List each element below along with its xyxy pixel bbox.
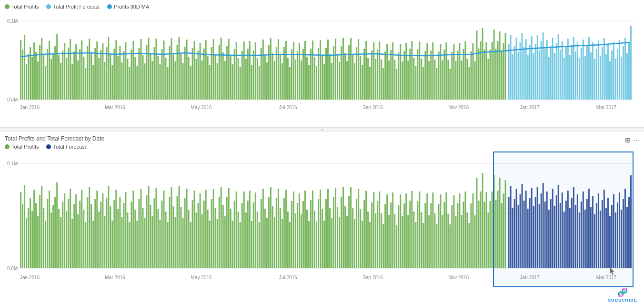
svg-rect-182: [358, 39, 359, 100]
svg-rect-28: [64, 43, 65, 100]
svg-rect-304: [592, 42, 594, 100]
svg-rect-172: [339, 62, 340, 100]
svg-rect-560: [443, 202, 445, 268]
svg-rect-652: [621, 210, 622, 268]
svg-rect-396: [131, 202, 132, 268]
svg-rect-104: [209, 65, 211, 100]
bottom-chart-legend: Total Profits Total Forecast: [5, 144, 639, 150]
svg-rect-557: [438, 204, 439, 268]
svg-rect-491: [312, 191, 313, 268]
svg-rect-338: [20, 192, 21, 268]
svg-text:Jan 2017: Jan 2017: [520, 105, 540, 110]
svg-rect-500: [329, 208, 331, 268]
svg-rect-619: [558, 185, 559, 268]
svg-rect-341: [26, 218, 27, 268]
svg-rect-311: [605, 54, 607, 100]
svg-rect-364: [70, 189, 71, 268]
svg-rect-86: [175, 61, 176, 100]
svg-rect-77: [157, 56, 159, 100]
svg-rect-463: [259, 222, 260, 268]
subscribe-button[interactable]: 🧬 SUBSCRIBE: [608, 287, 637, 303]
svg-rect-250: [488, 59, 489, 100]
svg-rect-142: [282, 63, 283, 100]
svg-rect-402: [142, 208, 143, 268]
svg-rect-532: [390, 202, 392, 268]
svg-rect-639: [596, 203, 597, 268]
svg-rect-184: [362, 65, 363, 100]
svg-rect-618: [556, 195, 557, 268]
svg-rect-185: [363, 49, 365, 100]
svg-rect-487: [304, 191, 306, 268]
svg-rect-80: [163, 40, 164, 100]
svg-rect-567: [457, 203, 458, 268]
svg-rect-636: [590, 207, 592, 268]
svg-rect-372: [85, 222, 86, 268]
svg-rect-24: [56, 34, 58, 100]
svg-rect-225: [440, 44, 441, 100]
svg-rect-288: [562, 41, 563, 100]
svg-rect-509: [346, 216, 348, 268]
svg-rect-166: [327, 40, 329, 100]
svg-rect-43: [92, 65, 94, 100]
svg-rect-622: [564, 212, 565, 268]
chart-divider[interactable]: ≡: [0, 128, 644, 131]
legend-item-profits: Total Profits: [5, 4, 39, 10]
svg-rect-290: [565, 47, 567, 100]
svg-rect-156: [308, 65, 310, 100]
svg-rect-218: [426, 43, 428, 100]
svg-rect-598: [518, 205, 519, 268]
svg-rect-223: [436, 68, 437, 100]
svg-rect-72: [148, 38, 149, 100]
legend-label-forecast-bottom: Total Forecast: [53, 144, 86, 150]
svg-rect-384: [108, 186, 109, 268]
svg-rect-595: [512, 208, 513, 268]
svg-rect-49: [104, 62, 105, 100]
svg-rect-216: [423, 67, 424, 100]
svg-rect-295: [575, 51, 576, 100]
svg-rect-343: [30, 198, 31, 268]
svg-rect-370: [81, 190, 82, 268]
svg-rect-180: [354, 63, 355, 100]
svg-rect-385: [110, 206, 111, 268]
svg-rect-35: [77, 61, 79, 100]
svg-rect-440: [215, 208, 216, 268]
svg-rect-590: [501, 203, 503, 268]
svg-rect-91: [184, 47, 186, 100]
svg-rect-638: [594, 214, 595, 268]
more-options-button[interactable]: ···: [634, 136, 639, 144]
svg-rect-319: [621, 57, 622, 100]
svg-rect-204: [400, 44, 401, 100]
svg-rect-113: [226, 46, 228, 100]
svg-rect-100: [201, 61, 203, 100]
svg-rect-528: [382, 224, 384, 268]
svg-rect-392: [123, 203, 124, 268]
expand-button[interactable]: ⊞: [625, 136, 631, 144]
svg-rect-399: [136, 221, 138, 268]
svg-rect-217: [424, 51, 426, 100]
svg-rect-367: [75, 194, 77, 268]
cursor-arrow: [610, 267, 616, 277]
svg-rect-132: [262, 40, 264, 100]
svg-rect-56: [117, 56, 119, 100]
svg-rect-459: [251, 221, 252, 268]
svg-rect-152: [301, 61, 302, 100]
svg-rect-123: [245, 59, 247, 100]
svg-rect-646: [609, 216, 611, 268]
svg-rect-571: [464, 192, 466, 268]
svg-rect-380: [100, 202, 101, 268]
svg-rect-59: [123, 51, 124, 100]
svg-rect-640: [598, 193, 599, 268]
svg-rect-430: [196, 212, 197, 268]
svg-rect-657: [630, 175, 632, 268]
svg-rect-465: [262, 189, 264, 268]
svg-rect-284: [554, 53, 555, 100]
svg-rect-477: [285, 190, 287, 268]
svg-rect-285: [556, 43, 557, 100]
svg-rect-376: [92, 221, 94, 268]
svg-rect-199: [390, 50, 392, 100]
svg-rect-476: [283, 198, 285, 268]
svg-rect-575: [472, 193, 473, 268]
svg-rect-457: [247, 201, 249, 268]
svg-rect-550: [424, 203, 426, 268]
svg-rect-648: [613, 194, 614, 268]
